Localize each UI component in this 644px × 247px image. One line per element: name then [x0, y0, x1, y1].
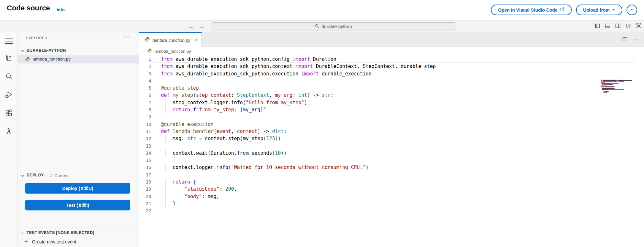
line-number: 3	[139, 70, 151, 77]
code-line-15[interactable]: 15	[139, 157, 644, 164]
explorer-header: EXPLORER ⋯	[18, 32, 139, 44]
page-header: Code source Info Open in Visual Studio C…	[0, 0, 644, 20]
line-number: 6	[139, 92, 151, 99]
check-icon: ✓	[49, 173, 53, 178]
tab-actions: ⋯	[622, 32, 638, 47]
layout-controls	[594, 21, 641, 32]
aws-lambda-icon[interactable]: λ	[0, 127, 17, 136]
customize-layout-icon[interactable]	[626, 23, 631, 30]
more-actions-icon[interactable]: ⋯	[632, 36, 638, 43]
code-line-1[interactable]: 1from aws_durable_execution_sdk_python.c…	[139, 56, 644, 63]
python-file-icon	[25, 57, 30, 63]
line-number: 7	[139, 99, 151, 106]
line-number: 13	[139, 142, 151, 150]
back-arrow-icon[interactable]: ←	[188, 23, 194, 30]
line-number: 4	[139, 77, 151, 84]
folder-row-durable-python[interactable]: DURABLE-PYTHON	[18, 47, 139, 55]
code-text: @durable_step	[161, 84, 199, 92]
page-title: Code source	[7, 4, 50, 12]
menu-icon[interactable]	[5, 39, 13, 44]
code-line-22[interactable]: 22	[139, 207, 644, 214]
line-number: 19	[139, 185, 151, 193]
code-line-3[interactable]: 3from aws_durable_execution_sdk_python.e…	[139, 70, 644, 77]
code-line-7[interactable]: 7 step_context.logger.info("Hello from m…	[139, 99, 644, 106]
minimap-line	[601, 93, 633, 94]
code-line-20[interactable]: 20 "body": msg,	[139, 193, 644, 200]
history-nav: ← →	[188, 21, 205, 32]
explorer-sidebar: EXPLORER ⋯ DURABLE-PYTHON lambda_functio…	[18, 32, 139, 247]
divider	[18, 170, 139, 170]
test-button[interactable]: Test (⇧⌘I)	[25, 200, 130, 210]
code-editor[interactable]: 1from aws_durable_execution_sdk_python.c…	[139, 56, 644, 247]
more-actions-button[interactable]: ▼	[627, 5, 637, 15]
search-icon	[315, 24, 319, 29]
forward-arrow-icon[interactable]: →	[199, 23, 205, 30]
code-line-14[interactable]: 14 context.wait(Duration.from_seconds(10…	[139, 150, 644, 157]
code-text: msg: str = context.step(my_step(123))	[161, 135, 281, 142]
line-number: 20	[139, 193, 151, 200]
toggle-sidebar-icon[interactable]	[594, 23, 600, 30]
explorer-title: EXPLORER	[26, 36, 48, 40]
code-line-6[interactable]: 6def my_step(step_context: StepContext, …	[139, 92, 644, 99]
scrollbar[interactable]	[640, 79, 640, 111]
code-text: def lambda_handler(event, context) -> di…	[161, 128, 287, 135]
code-line-5[interactable]: 5@durable_step	[139, 84, 644, 92]
search-icon[interactable]	[0, 72, 17, 81]
open-in-vscode-button[interactable]: Open in Visual Studio Code	[491, 5, 571, 15]
code-line-11[interactable]: 11def lambda_handler(event, context) -> …	[139, 128, 644, 135]
split-editor-icon[interactable]	[622, 37, 627, 43]
code-line-17[interactable]: 17	[139, 171, 644, 178]
line-number: 2	[139, 63, 151, 70]
breadcrumb: lambda_function.py	[139, 47, 644, 56]
code-text: }	[161, 200, 175, 207]
toggle-secondary-sidebar-icon[interactable]	[615, 23, 621, 30]
plus-icon: +	[24, 238, 28, 245]
close-icon[interactable]: ×	[195, 37, 198, 43]
run-and-debug-icon[interactable]	[0, 90, 17, 99]
file-row-lambda-function[interactable]: lambda_function.py	[18, 55, 139, 63]
code-line-4[interactable]: 4	[139, 77, 644, 84]
fullscreen-icon[interactable]	[636, 23, 641, 30]
code-line-12[interactable]: 12 msg: str = context.step(my_step(123))	[139, 135, 644, 142]
chevron-down-icon	[21, 174, 24, 177]
code-text: step_context.logger.info("Hello from my_…	[161, 99, 307, 106]
minimap[interactable]	[601, 80, 633, 94]
breadcrumb-file[interactable]: lambda_function.py	[154, 49, 191, 54]
explorer-more-icon[interactable]: ⋯	[123, 33, 129, 40]
deploy-status: Current	[54, 173, 68, 178]
code-line-16[interactable]: 16 context.logger.info("Waited for 10 se…	[139, 164, 644, 171]
toggle-panel-icon[interactable]	[605, 23, 610, 30]
code-line-13[interactable]: 13	[139, 142, 644, 150]
line-number: 22	[139, 207, 151, 214]
file-name: lambda_function.py	[33, 57, 71, 62]
deploy-button[interactable]: Deploy (⇧⌘U)	[25, 183, 130, 194]
code-line-10[interactable]: 10@durable_execution	[139, 121, 644, 128]
explorer-icon[interactable]	[0, 53, 17, 62]
deploy-section-header[interactable]: DEPLOY ✓ Current	[18, 172, 139, 179]
open-in-vscode-label: Open in Visual Studio Code	[498, 7, 557, 13]
code-line-9[interactable]: 9	[139, 113, 644, 120]
tab-label: lambda_function.py	[153, 38, 190, 43]
code-line-8[interactable]: 8 return f"from my_step: {my_arg}"	[139, 106, 644, 113]
code-line-21[interactable]: 21 }	[139, 200, 644, 207]
code-line-19[interactable]: 19 "statusCode": 200,	[139, 185, 644, 193]
code-line-18[interactable]: 18 return {	[139, 178, 644, 185]
code-text: def my_step(step_context: StepContext, m…	[161, 92, 333, 99]
tab-bar: lambda_function.py × ⋯	[139, 32, 644, 47]
upload-from-button[interactable]: Upload from ▼	[576, 5, 622, 15]
line-number: 15	[139, 157, 151, 164]
line-number: 17	[139, 171, 151, 178]
code-line-2[interactable]: 2from aws_durable_execution_sdk_python.c…	[139, 63, 644, 70]
tab-lambda-function[interactable]: lambda_function.py ×	[139, 32, 202, 47]
activity-bar: λ	[0, 32, 18, 247]
info-link[interactable]: Info	[57, 7, 65, 12]
extensions-icon[interactable]	[0, 108, 17, 118]
command-center-search[interactable]: durable-python	[211, 22, 456, 30]
code-text: "statusCode": 200,	[161, 185, 237, 193]
create-test-event-label: Create new test event	[32, 239, 76, 244]
test-events-section-header[interactable]: TEST EVENTS [NONE SELECTED]	[18, 229, 139, 237]
python-file-icon	[147, 48, 152, 54]
code-text: from aws_durable_execution_sdk_python.ex…	[161, 70, 371, 77]
create-test-event-button[interactable]: + Create new test event	[18, 238, 139, 246]
python-file-icon	[145, 37, 150, 43]
